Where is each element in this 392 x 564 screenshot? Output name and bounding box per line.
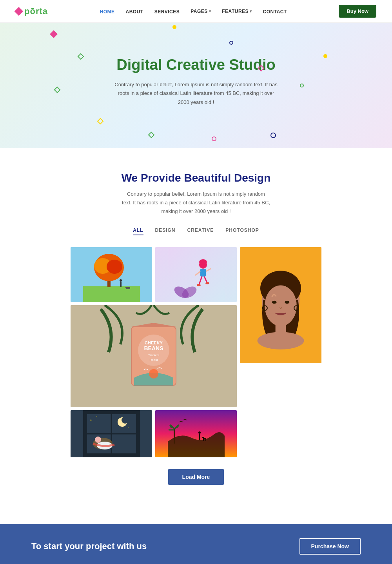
portfolio-item-coffee[interactable]: CHEEKY BEANS Tropical Roast <box>71 305 237 407</box>
logo-text: pōrta <box>24 6 48 16</box>
svg-rect-15 <box>200 269 206 277</box>
portfolio-section: We Provide Beautiful Design Contrary to … <box>0 148 392 500</box>
filter-photoshop[interactable]: PHOTOSHOP <box>225 227 259 235</box>
portfolio-item-sunset[interactable] <box>155 410 237 457</box>
nav-contact[interactable]: CONTACT <box>263 8 287 15</box>
hero-description: Contrary to popular belief, Lorem Ipsum … <box>114 80 278 106</box>
logo-diamond-icon <box>15 7 24 16</box>
deco-circle-4 <box>172 25 176 29</box>
svg-rect-6 <box>120 282 122 287</box>
svg-point-55 <box>198 431 201 434</box>
svg-point-52 <box>128 428 129 428</box>
svg-point-46 <box>122 417 129 424</box>
svg-point-50 <box>90 420 91 421</box>
svg-point-20 <box>197 284 201 286</box>
portfolio-item-tree[interactable] <box>71 247 152 302</box>
hero-section: Digital Creative Studio Contrary to popu… <box>0 23 392 148</box>
nav-services[interactable]: SERVICES <box>154 8 180 15</box>
svg-text:Roast: Roast <box>150 358 158 362</box>
deco-circle-6 <box>323 54 327 58</box>
hero-title: Digital Creative Studio <box>116 56 275 73</box>
svg-point-51 <box>96 416 97 417</box>
svg-point-27 <box>285 301 289 304</box>
svg-point-31 <box>258 332 304 350</box>
cta-text: To start your project with us <box>31 541 147 551</box>
svg-point-5 <box>107 260 122 274</box>
deco-circle-2 <box>270 133 276 138</box>
svg-point-7 <box>120 279 122 282</box>
svg-rect-57 <box>202 437 204 438</box>
nav-features[interactable]: FEATURES <box>222 9 252 14</box>
svg-point-48 <box>95 437 101 443</box>
svg-point-26 <box>272 301 277 304</box>
nav-pages[interactable]: PAGES <box>191 9 211 14</box>
svg-text:CHEEKY: CHEEKY <box>145 340 163 345</box>
svg-text:Tropical: Tropical <box>148 353 159 357</box>
nav-about[interactable]: ABOUT <box>126 8 143 15</box>
deco-diamond-2 <box>78 53 84 60</box>
logo[interactable]: pōrta <box>16 6 48 16</box>
portfolio-subtitle: Contrary to popular belief, Lorem Ipsum … <box>122 190 270 216</box>
svg-rect-9 <box>125 287 127 288</box>
buy-now-button[interactable]: Buy Now <box>339 5 376 18</box>
portfolio-title: We Provide Beautiful Design <box>24 172 368 184</box>
svg-rect-54 <box>199 434 200 440</box>
deco-diamond-1 <box>50 30 58 38</box>
nav-links: HOME ABOUT SERVICES PAGES FEATURES CONTA… <box>100 8 287 15</box>
deco-diamond-4 <box>97 118 104 125</box>
filter-creative[interactable]: CREATIVE <box>187 227 214 235</box>
deco-diamond-3 <box>54 87 61 93</box>
cta-banner: To start your project with us Purchase N… <box>0 524 392 564</box>
nav-home[interactable]: HOME <box>100 8 115 15</box>
purchase-now-button[interactable]: Purchase Now <box>299 538 361 555</box>
portfolio-item-portrait[interactable] <box>240 247 321 407</box>
svg-text:BEANS: BEANS <box>144 345 163 351</box>
portfolio-grid: CHEEKY BEANS Tropical Roast <box>71 247 321 457</box>
filter-all[interactable]: ALL <box>133 227 143 235</box>
deco-circle-5 <box>229 41 233 45</box>
filter-tabs: ALL DESIGN CREATIVE PHOTOSHOP <box>24 227 368 235</box>
portfolio-item-night[interactable] <box>71 410 152 457</box>
portfolio-item-runner[interactable] <box>155 247 237 302</box>
svg-rect-1 <box>83 286 140 302</box>
filter-design[interactable]: DESIGN <box>155 227 176 235</box>
svg-point-14 <box>199 259 207 265</box>
deco-circle-3 <box>300 84 304 87</box>
svg-rect-58 <box>203 439 204 441</box>
load-more-button[interactable]: Load More <box>168 469 224 485</box>
deco-circle-1 <box>212 136 216 141</box>
svg-rect-59 <box>205 439 206 441</box>
svg-point-40 <box>149 369 158 378</box>
svg-point-21 <box>205 282 209 284</box>
svg-point-25 <box>265 286 297 326</box>
deco-diamond-5 <box>148 132 155 138</box>
navbar: pōrta HOME ABOUT SERVICES PAGES FEATURES… <box>0 0 392 23</box>
